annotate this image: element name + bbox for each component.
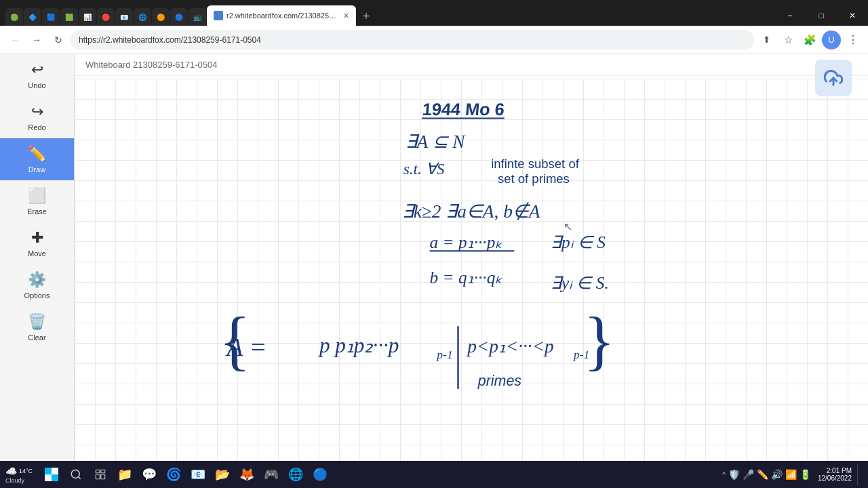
bookmark-button[interactable]: ☆ <box>778 30 797 49</box>
volume-icon[interactable]: 🔊 <box>771 469 783 480</box>
erase-button[interactable]: ⬜ Erase <box>0 180 74 222</box>
taskbar-zoom[interactable]: 🔵 <box>309 464 331 485</box>
clear-icon: 🗑️ <box>28 313 46 331</box>
svg-text:1944 Mo 6: 1944 Mo 6 <box>422 100 505 119</box>
tab-favicon <box>214 11 223 20</box>
whiteboard-canvas[interactable]: Whiteboard 21308259-6171-0504 1944 Mo 6 … <box>75 54 868 488</box>
taskbar-date: 12/06/2022 <box>818 474 852 482</box>
taskbar-time: 2:01 PM <box>827 467 852 474</box>
svg-text:infinte  subset of: infinte subset of <box>491 157 579 171</box>
navigation-bar: ← → ↻ https://r2.whiteboardfox.com/21308… <box>0 26 868 54</box>
system-tray: ^ 🛡️ 🎤 ✏️ 🔊 📶 🔋 <box>722 469 811 480</box>
taskbar-clock[interactable]: 2:01 PM 12/06/2022 <box>818 467 852 482</box>
reload-button[interactable]: ↻ <box>49 30 68 49</box>
taskbar-chrome[interactable]: 🌐 <box>285 464 307 485</box>
svg-rect-25 <box>96 470 100 473</box>
start-button[interactable] <box>41 464 62 485</box>
taskbar-weather: ☁️ 14°C Cloudy <box>5 466 33 484</box>
toolbar: ↩ Undo ↪ Redo ✏️ Draw ⬜ Erase ✚ Move ⚙️ … <box>0 54 75 488</box>
math-content: 1944 Mo 6 ∃A ⊆ N s.t. ∀S infinte subset … <box>75 79 868 488</box>
whiteboard-title: Whiteboard 21308259-6171-0504 <box>85 60 217 70</box>
upload-button[interactable] <box>815 60 852 96</box>
draw-button[interactable]: ✏️ Draw <box>0 138 74 180</box>
svg-text:set of primes: set of primes <box>498 171 570 186</box>
svg-rect-27 <box>96 474 100 479</box>
show-hidden-icons[interactable]: ^ <box>722 471 726 479</box>
svg-text:∃yᵢ ∈ S.: ∃yᵢ ∈ S. <box>551 273 609 292</box>
share-button[interactable]: ⬆ <box>757 30 776 49</box>
taskbar-firefox[interactable]: 🦊 <box>236 464 258 485</box>
draw-icon: ✏️ <box>28 145 46 163</box>
browser-profile[interactable]: U <box>822 30 841 49</box>
taskbar-teams[interactable]: 💬 <box>138 464 160 485</box>
svg-text:↖: ↖ <box>564 221 572 232</box>
network-icon[interactable]: 📶 <box>785 469 797 480</box>
minimize-button[interactable]: − <box>774 5 806 26</box>
svg-text:∃k≥2  ∃a∈A, b∉A: ∃k≥2 ∃a∈A, b∉A <box>402 201 540 222</box>
taskbar-discord[interactable]: 🎮 <box>260 464 282 485</box>
weather-desc: Cloudy <box>5 477 24 484</box>
taskbar-mail[interactable]: 📧 <box>187 464 209 485</box>
svg-text:A =: A = <box>225 332 267 361</box>
extensions-button[interactable]: 🧩 <box>800 30 819 49</box>
svg-rect-28 <box>101 474 105 479</box>
svg-line-24 <box>79 476 81 479</box>
svg-text:∃A ⊆ N: ∃A ⊆ N <box>406 131 467 152</box>
url-text: https://r2.whiteboardfox.com/21308259-61… <box>79 35 261 45</box>
maximize-button[interactable]: □ <box>806 5 837 26</box>
move-icon: ✚ <box>31 229 43 247</box>
svg-text:p-1: p-1 <box>435 348 452 361</box>
show-desktop-button[interactable] <box>857 464 863 485</box>
erase-icon: ⬜ <box>28 187 46 205</box>
forward-button[interactable]: → <box>27 30 46 49</box>
clear-button[interactable]: 🗑️ Clear <box>0 306 74 348</box>
redo-button[interactable]: ↪ Redo <box>0 96 74 138</box>
undo-button[interactable]: ↩ Undo <box>0 54 74 96</box>
svg-text:}: } <box>584 304 616 377</box>
taskbar-edge[interactable]: 🌀 <box>163 464 184 485</box>
move-button[interactable]: ✚ Move <box>0 222 74 264</box>
taskbar: ☁️ 14°C Cloudy 📁 💬 🌀 📧 📂 🦊 🎮 🌐 <box>0 461 868 488</box>
close-button[interactable]: ✕ <box>837 5 868 26</box>
redo-icon: ↪ <box>31 103 43 121</box>
svg-text:∃pᵢ ∈ S: ∃pᵢ ∈ S <box>551 232 606 251</box>
mic-icon[interactable]: 🎤 <box>743 469 754 480</box>
new-tab-button[interactable]: + <box>357 7 376 26</box>
security-icon[interactable]: 🛡️ <box>728 469 740 480</box>
taskbar-task-view[interactable] <box>90 464 111 485</box>
active-tab[interactable]: r2.whiteboardfox.com/21308259-6... ✕ <box>207 5 356 26</box>
svg-text:b = q₁···qₖ: b = q₁···qₖ <box>430 268 503 287</box>
weather-temp: 14°C <box>19 468 33 474</box>
taskbar-file-explorer[interactable]: 📁 <box>114 464 136 485</box>
tab-close-icon[interactable]: ✕ <box>343 12 349 20</box>
undo-icon: ↩ <box>31 61 43 79</box>
svg-text:s.t. ∀S: s.t. ∀S <box>403 160 445 178</box>
taskbar-search[interactable] <box>65 464 87 485</box>
svg-text:p<p₁<···<p: p<p₁<···<p <box>466 336 554 357</box>
svg-text:primes: primes <box>477 373 522 389</box>
options-icon: ⚙️ <box>28 271 46 289</box>
pen-icon[interactable]: ✏️ <box>757 469 768 480</box>
tab-title: r2.whiteboardfox.com/21308259-6... <box>226 12 340 20</box>
svg-point-23 <box>71 470 79 478</box>
battery-icon[interactable]: 🔋 <box>800 469 811 480</box>
options-button[interactable]: ⚙️ Options <box>0 264 74 306</box>
whiteboard-header: Whiteboard 21308259-6171-0504 <box>75 54 868 76</box>
back-button[interactable]: ← <box>5 30 24 49</box>
svg-text:a = p₁···pₖ: a = p₁···pₖ <box>430 232 503 251</box>
taskbar-files[interactable]: 📂 <box>212 464 233 485</box>
svg-text:p p₁p₂···p: p p₁p₂···p <box>318 333 399 357</box>
address-bar[interactable]: https://r2.whiteboardfox.com/21308259-61… <box>71 30 754 50</box>
menu-button[interactable]: ⋮ <box>844 30 863 49</box>
svg-rect-26 <box>101 470 105 473</box>
